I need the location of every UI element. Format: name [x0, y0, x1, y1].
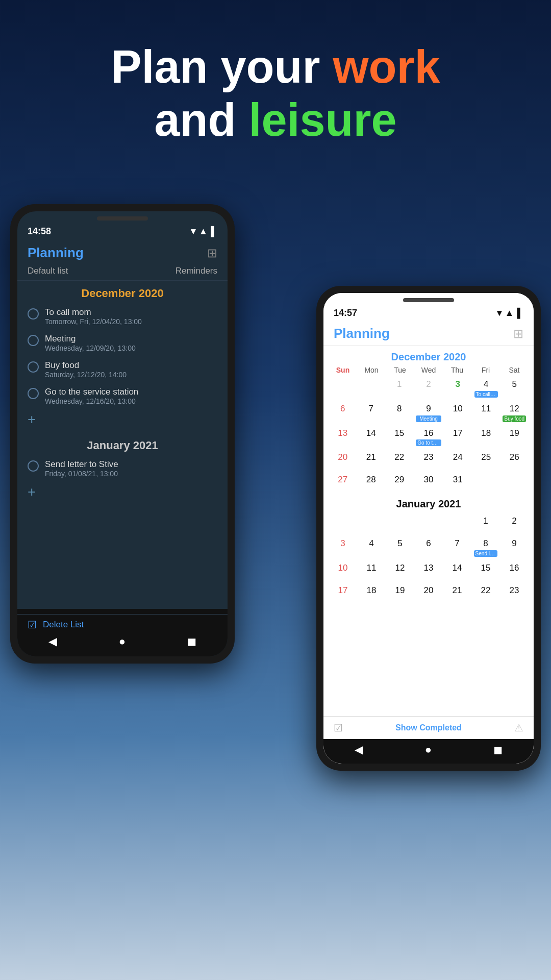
- home-icon-left[interactable]: ●: [119, 635, 126, 648]
- home-icon-right[interactable]: ●: [425, 743, 432, 756]
- task-text: To call mom Tomorrow, Fri, 12/04/20, 13:…: [45, 307, 142, 326]
- cal-cell[interactable]: 23: [414, 449, 444, 471]
- cal-cell[interactable]: 6: [414, 535, 443, 559]
- cal-cell[interactable]: 13: [329, 425, 357, 449]
- hero-work: work: [333, 41, 440, 92]
- cal-cell[interactable]: 7: [357, 401, 386, 424]
- cal-cell[interactable]: 10: [329, 560, 357, 581]
- cal-grid-january: 1 2 3 4 5 6 7 8Send lette 9 10 11 12 13 …: [329, 513, 529, 604]
- cal-cell[interactable]: 21: [357, 449, 386, 471]
- cal-cell[interactable]: [386, 513, 414, 534]
- cal-cell[interactable]: 7: [443, 535, 471, 559]
- cal-cell[interactable]: 29: [385, 472, 414, 493]
- cal-cell[interactable]: 28: [357, 472, 386, 493]
- cal-cell[interactable]: 21: [443, 582, 471, 604]
- cal-cell[interactable]: 27: [329, 472, 357, 493]
- cal-cell[interactable]: 2: [500, 513, 529, 534]
- cal-cell[interactable]: 20: [414, 582, 443, 604]
- cal-cell[interactable]: 9Meeting: [414, 401, 444, 424]
- task-circle[interactable]: [28, 361, 39, 373]
- bottom-nav-icons-left: ◀ ● ◼: [17, 635, 228, 648]
- task-circle[interactable]: [28, 460, 39, 472]
- app-header-left: Planning ⊞: [17, 241, 228, 264]
- cal-cell[interactable]: 1: [471, 513, 500, 534]
- calendar-icon-right[interactable]: ⊞: [513, 327, 523, 341]
- cal-cell[interactable]: 14: [443, 560, 471, 581]
- cal-cell[interactable]: 8Send lette: [471, 535, 500, 559]
- task-circle[interactable]: [28, 388, 39, 399]
- cal-cell[interactable]: 4To call mo: [472, 376, 500, 400]
- tab-reminders-left[interactable]: Reminders: [176, 266, 217, 276]
- cal-cell[interactable]: 17: [329, 582, 357, 604]
- cal-cell[interactable]: 18: [357, 582, 386, 604]
- recents-icon-left[interactable]: ◼: [187, 635, 196, 648]
- app-title-left: Planning: [28, 245, 84, 261]
- phone-left-notch: [97, 216, 148, 220]
- cal-cell[interactable]: 12: [386, 560, 414, 581]
- calendar-icon-left[interactable]: ⊞: [207, 246, 217, 260]
- dow-sun: Sun: [329, 366, 357, 374]
- delete-row: ☑ Delete List: [17, 614, 228, 635]
- cal-cell[interactable]: 12Buy food: [500, 401, 529, 424]
- task-circle[interactable]: [28, 308, 39, 320]
- cal-cell[interactable]: 13: [414, 560, 443, 581]
- back-icon-left[interactable]: ◀: [48, 635, 57, 648]
- cal-cell[interactable]: 3: [443, 376, 472, 400]
- cal-cell[interactable]: 15: [385, 425, 414, 449]
- cal-cell[interactable]: 19: [386, 582, 414, 604]
- back-icon-right[interactable]: ◀: [355, 743, 363, 756]
- cal-cell[interactable]: 26: [500, 449, 529, 471]
- cal-cell[interactable]: [443, 513, 471, 534]
- show-completed-label[interactable]: Show Completed: [395, 723, 462, 732]
- add-button-january[interactable]: +: [17, 482, 228, 504]
- show-completed-row: ☑ Show Completed ⚠: [323, 717, 534, 739]
- cal-cell[interactable]: 18: [472, 425, 500, 449]
- task-circle[interactable]: [28, 335, 39, 346]
- cal-cell[interactable]: [329, 513, 357, 534]
- cal-cell[interactable]: 23: [500, 582, 529, 604]
- cal-cell[interactable]: 11: [472, 401, 500, 424]
- cal-cell[interactable]: 1: [385, 376, 414, 400]
- cal-cell[interactable]: 17: [443, 425, 472, 449]
- cal-cell[interactable]: 10: [443, 401, 472, 424]
- cal-cell[interactable]: 8: [385, 401, 414, 424]
- cal-cell[interactable]: 3: [329, 535, 357, 559]
- bottom-nav-right: ◀ ● ◼: [323, 739, 534, 764]
- tab-default-left[interactable]: Default list: [28, 266, 68, 276]
- cal-cell[interactable]: 24: [443, 449, 472, 471]
- signal-icon-right: ▲: [505, 308, 514, 318]
- cal-cell[interactable]: 14: [357, 425, 386, 449]
- cal-cell[interactable]: 9: [500, 535, 529, 559]
- cal-cell[interactable]: [357, 513, 386, 534]
- cal-cell[interactable]: 22: [385, 449, 414, 471]
- cal-cell[interactable]: 16Go to the s: [414, 425, 444, 449]
- wifi-icon: ▾: [191, 226, 195, 237]
- cal-cell[interactable]: [414, 513, 443, 534]
- status-bar-right: 14:57 ▾ ▲ ▌: [323, 293, 534, 323]
- cal-cell[interactable]: 6: [329, 401, 357, 424]
- cal-cell[interactable]: 15: [471, 560, 500, 581]
- cal-cell[interactable]: 11: [357, 560, 386, 581]
- dow-tue: Tue: [386, 366, 414, 374]
- cal-cell[interactable]: [472, 472, 500, 493]
- cal-cell[interactable]: [500, 472, 529, 493]
- cal-cell[interactable]: [329, 376, 357, 400]
- cal-cell[interactable]: 30: [414, 472, 444, 493]
- cal-cell[interactable]: 16: [500, 560, 529, 581]
- cal-cell[interactable]: 22: [471, 582, 500, 604]
- cal-cell[interactable]: 5: [500, 376, 529, 400]
- cal-cell[interactable]: 25: [472, 449, 500, 471]
- cal-cell[interactable]: 5: [386, 535, 414, 559]
- recents-icon-right[interactable]: ◼: [493, 743, 503, 756]
- warning-icon: ⚠: [514, 722, 523, 734]
- cal-cell[interactable]: 19: [500, 425, 529, 449]
- wifi-icon-right: ▾: [497, 307, 502, 318]
- add-button-december[interactable]: +: [17, 409, 228, 432]
- cal-cell[interactable]: 31: [443, 472, 472, 493]
- cal-cell[interactable]: 20: [329, 449, 357, 471]
- cal-cell[interactable]: 4: [357, 535, 386, 559]
- cal-cell[interactable]: 2: [414, 376, 444, 400]
- delete-list-label[interactable]: Delete List: [43, 620, 84, 630]
- check-icon-sm: ☑: [334, 722, 343, 734]
- cal-cell[interactable]: [357, 376, 386, 400]
